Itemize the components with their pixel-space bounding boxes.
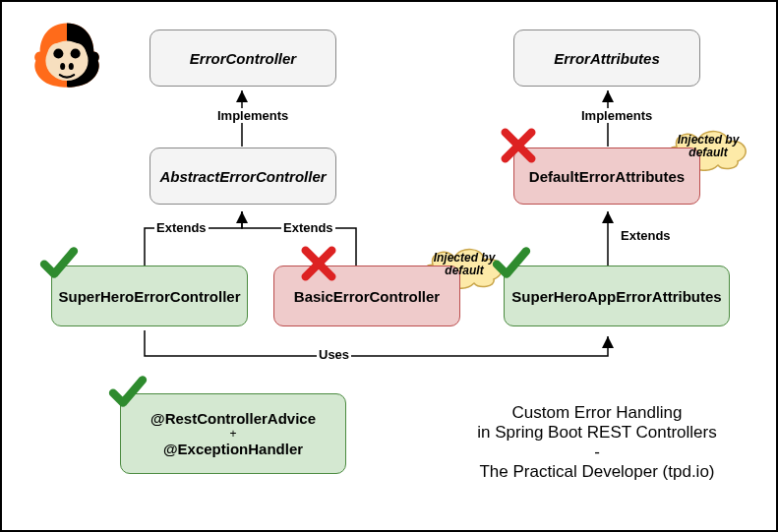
- implements-label-2: Implements: [579, 108, 654, 123]
- cloud-injected-2-label: Injected by default: [659, 134, 757, 159]
- advice-plus-label: +: [229, 427, 236, 441]
- caption-line-1: Custom Error Handling: [440, 403, 754, 423]
- error-controller-box: ErrorController: [150, 30, 336, 87]
- svg-point-6: [69, 63, 74, 70]
- cloud-injected-2: Injected by default: [659, 122, 757, 171]
- cross-icon: [499, 126, 538, 165]
- extends-label-3: Extends: [619, 228, 673, 243]
- caption-block: Custom Error Handling in Spring Boot RES…: [440, 403, 754, 482]
- superhero-error-controller-box: SuperHeroErrorController: [51, 266, 248, 326]
- extends-label-2: Extends: [281, 220, 335, 235]
- caption-line-3: -: [440, 443, 754, 462]
- cross-icon: [299, 244, 338, 283]
- superhero-app-error-attributes-box: SuperHeroAppErrorAttributes: [504, 266, 730, 326]
- implements-label-1: Implements: [215, 108, 290, 123]
- error-attributes-label: ErrorAttributes: [554, 50, 660, 67]
- error-attributes-box: ErrorAttributes: [513, 30, 700, 87]
- abstract-error-controller-box: AbstractErrorController: [150, 148, 336, 205]
- superhero-app-error-attributes-label: SuperHeroAppErrorAttributes: [511, 288, 721, 305]
- superhero-error-controller-label: SuperHeroErrorController: [58, 288, 240, 305]
- caption-line-4: The Practical Developer (tpd.io): [440, 462, 754, 482]
- error-controller-label: ErrorController: [190, 50, 296, 67]
- advice-box: @RestControllerAdvice + @ExceptionHandle…: [120, 393, 346, 474]
- monkey-logo: [31, 20, 102, 90]
- cloud-injected-1: Injected by default: [415, 240, 513, 289]
- rest-controller-advice-label: @RestControllerAdvice: [150, 410, 316, 427]
- uses-label: Uses: [317, 347, 351, 362]
- check-icon: [39, 243, 79, 282]
- exception-handler-label: @ExceptionHandler: [163, 441, 303, 457]
- abstract-error-controller-label: AbstractErrorController: [159, 168, 326, 185]
- svg-point-5: [60, 63, 65, 70]
- extends-label-1: Extends: [154, 220, 209, 235]
- caption-line-2: in Spring Boot REST Controllers: [440, 423, 754, 443]
- check-icon: [108, 372, 148, 411]
- cloud-injected-1-label: Injected by default: [415, 252, 513, 277]
- basic-error-controller-label: BasicErrorController: [294, 288, 440, 305]
- svg-point-3: [53, 49, 63, 59]
- svg-point-4: [71, 49, 81, 59]
